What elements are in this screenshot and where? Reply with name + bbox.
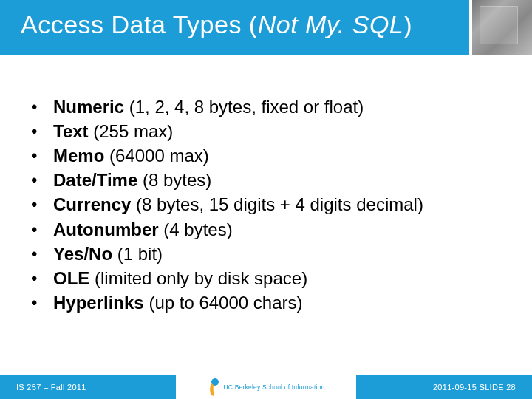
list-item: Text (255 max): [25, 119, 517, 143]
item-rest: (64000 max): [104, 146, 208, 166]
item-rest: (1, 2, 4, 8 bytes, fixed or float): [124, 97, 364, 117]
list-item: Currency (8 bytes, 15 digits + 4 digits …: [25, 192, 517, 216]
item-rest: (4 bytes): [159, 219, 233, 239]
footer-left: IS 257 – Fall 2011: [0, 375, 176, 399]
item-bold: Memo: [53, 146, 104, 166]
item-rest: (8 bytes, 15 digits + 4 digits decimal): [131, 194, 423, 214]
logo-line1: UC Berkeley School of Information: [224, 384, 325, 391]
item-bold: Numeric: [53, 97, 124, 117]
list-item: Hyperlinks (up to 64000 chars): [25, 290, 517, 315]
footer-right: 2011-09-15 SLIDE 28: [356, 375, 532, 399]
list-item: Yes/No (1 bit): [25, 242, 517, 266]
item-rest: (1 bit): [112, 244, 163, 264]
item-rest: (up to 64000 chars): [144, 293, 303, 313]
list-item: Autonumber (4 bytes): [25, 217, 517, 242]
item-bold: Yes/No: [53, 244, 112, 264]
title-plain: Access Data Types (: [21, 10, 258, 38]
title-italic: Not My. SQL: [258, 10, 404, 38]
list-item: OLE (limited only by disk space): [25, 266, 517, 290]
item-bold: Autonumber: [53, 219, 159, 239]
berkeley-logo: UC Berkeley School of Information: [208, 378, 325, 397]
slide-title: Access Data Types (Not My. SQL): [21, 10, 412, 39]
footer-logo-area: UC Berkeley School of Information: [176, 375, 356, 399]
decorative-photo: [469, 0, 532, 55]
title-close: ): [403, 10, 412, 38]
item-bold: Currency: [53, 194, 131, 214]
item-bold: OLE: [53, 268, 89, 288]
item-rest: (limited only by disk space): [89, 268, 307, 288]
item-rest: (8 bytes): [137, 170, 211, 190]
list-item: Memo (64000 max): [25, 143, 517, 168]
item-rest: (255 max): [89, 121, 174, 141]
bullet-list: Numeric (1, 2, 4, 8 bytes, fixed or floa…: [25, 95, 517, 315]
logo-text: UC Berkeley School of Information: [224, 384, 325, 391]
slide-body: Numeric (1, 2, 4, 8 bytes, fixed or floa…: [25, 95, 517, 315]
item-bold: Date/Time: [53, 170, 137, 190]
course-label: IS 257 – Fall 2011: [16, 383, 86, 392]
logo-icon: [208, 378, 221, 397]
slide-date-number: 2011-09-15 SLIDE 28: [433, 383, 516, 392]
item-bold: Hyperlinks: [53, 293, 144, 313]
title-bar: Access Data Types (Not My. SQL): [0, 0, 532, 55]
list-item: Numeric (1, 2, 4, 8 bytes, fixed or floa…: [25, 95, 517, 119]
footer: IS 257 – Fall 2011 UC Berkeley School of…: [0, 375, 532, 399]
item-bold: Text: [53, 121, 89, 141]
list-item: Date/Time (8 bytes): [25, 168, 517, 192]
